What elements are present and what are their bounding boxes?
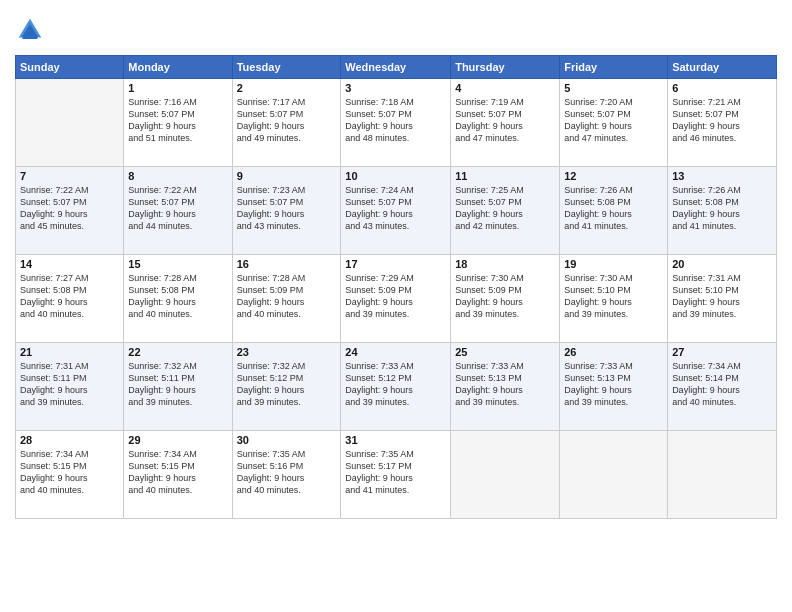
day-info: Sunrise: 7:34 AM Sunset: 5:15 PM Dayligh… (20, 448, 119, 497)
day-number: 14 (20, 258, 119, 270)
day-info: Sunrise: 7:30 AM Sunset: 5:10 PM Dayligh… (564, 272, 663, 321)
calendar-cell: 2Sunrise: 7:17 AM Sunset: 5:07 PM Daylig… (232, 79, 341, 167)
day-info: Sunrise: 7:19 AM Sunset: 5:07 PM Dayligh… (455, 96, 555, 145)
calendar-week-row: 7Sunrise: 7:22 AM Sunset: 5:07 PM Daylig… (16, 167, 777, 255)
day-number: 28 (20, 434, 119, 446)
day-info: Sunrise: 7:22 AM Sunset: 5:07 PM Dayligh… (20, 184, 119, 233)
calendar-cell: 17Sunrise: 7:29 AM Sunset: 5:09 PM Dayli… (341, 255, 451, 343)
calendar-cell: 14Sunrise: 7:27 AM Sunset: 5:08 PM Dayli… (16, 255, 124, 343)
day-info: Sunrise: 7:20 AM Sunset: 5:07 PM Dayligh… (564, 96, 663, 145)
day-info: Sunrise: 7:31 AM Sunset: 5:10 PM Dayligh… (672, 272, 772, 321)
day-number: 12 (564, 170, 663, 182)
day-info: Sunrise: 7:31 AM Sunset: 5:11 PM Dayligh… (20, 360, 119, 409)
calendar-header-saturday: Saturday (668, 56, 777, 79)
day-number: 4 (455, 82, 555, 94)
calendar-header-row: SundayMondayTuesdayWednesdayThursdayFrid… (16, 56, 777, 79)
calendar-cell: 4Sunrise: 7:19 AM Sunset: 5:07 PM Daylig… (451, 79, 560, 167)
calendar-header-monday: Monday (124, 56, 232, 79)
day-number: 6 (672, 82, 772, 94)
day-number: 16 (237, 258, 337, 270)
day-number: 29 (128, 434, 227, 446)
calendar-cell: 11Sunrise: 7:25 AM Sunset: 5:07 PM Dayli… (451, 167, 560, 255)
calendar-cell: 9Sunrise: 7:23 AM Sunset: 5:07 PM Daylig… (232, 167, 341, 255)
day-info: Sunrise: 7:32 AM Sunset: 5:11 PM Dayligh… (128, 360, 227, 409)
day-number: 5 (564, 82, 663, 94)
day-number: 18 (455, 258, 555, 270)
calendar-cell: 20Sunrise: 7:31 AM Sunset: 5:10 PM Dayli… (668, 255, 777, 343)
calendar-cell: 18Sunrise: 7:30 AM Sunset: 5:09 PM Dayli… (451, 255, 560, 343)
day-info: Sunrise: 7:18 AM Sunset: 5:07 PM Dayligh… (345, 96, 446, 145)
day-info: Sunrise: 7:16 AM Sunset: 5:07 PM Dayligh… (128, 96, 227, 145)
calendar-cell: 30Sunrise: 7:35 AM Sunset: 5:16 PM Dayli… (232, 431, 341, 519)
day-info: Sunrise: 7:23 AM Sunset: 5:07 PM Dayligh… (237, 184, 337, 233)
day-info: Sunrise: 7:27 AM Sunset: 5:08 PM Dayligh… (20, 272, 119, 321)
day-number: 1 (128, 82, 227, 94)
calendar-cell: 28Sunrise: 7:34 AM Sunset: 5:15 PM Dayli… (16, 431, 124, 519)
day-number: 19 (564, 258, 663, 270)
day-info: Sunrise: 7:29 AM Sunset: 5:09 PM Dayligh… (345, 272, 446, 321)
calendar-cell: 31Sunrise: 7:35 AM Sunset: 5:17 PM Dayli… (341, 431, 451, 519)
day-info: Sunrise: 7:26 AM Sunset: 5:08 PM Dayligh… (672, 184, 772, 233)
calendar-cell: 29Sunrise: 7:34 AM Sunset: 5:15 PM Dayli… (124, 431, 232, 519)
day-info: Sunrise: 7:34 AM Sunset: 5:15 PM Dayligh… (128, 448, 227, 497)
svg-rect-2 (23, 36, 38, 39)
calendar-cell: 26Sunrise: 7:33 AM Sunset: 5:13 PM Dayli… (560, 343, 668, 431)
day-number: 31 (345, 434, 446, 446)
day-info: Sunrise: 7:25 AM Sunset: 5:07 PM Dayligh… (455, 184, 555, 233)
calendar-cell (668, 431, 777, 519)
calendar-header-tuesday: Tuesday (232, 56, 341, 79)
day-number: 3 (345, 82, 446, 94)
day-number: 2 (237, 82, 337, 94)
calendar-cell: 16Sunrise: 7:28 AM Sunset: 5:09 PM Dayli… (232, 255, 341, 343)
day-number: 20 (672, 258, 772, 270)
calendar-cell: 1Sunrise: 7:16 AM Sunset: 5:07 PM Daylig… (124, 79, 232, 167)
day-info: Sunrise: 7:35 AM Sunset: 5:17 PM Dayligh… (345, 448, 446, 497)
calendar-cell: 12Sunrise: 7:26 AM Sunset: 5:08 PM Dayli… (560, 167, 668, 255)
calendar-week-row: 14Sunrise: 7:27 AM Sunset: 5:08 PM Dayli… (16, 255, 777, 343)
calendar-week-row: 1Sunrise: 7:16 AM Sunset: 5:07 PM Daylig… (16, 79, 777, 167)
calendar-cell: 23Sunrise: 7:32 AM Sunset: 5:12 PM Dayli… (232, 343, 341, 431)
day-number: 10 (345, 170, 446, 182)
calendar-week-row: 28Sunrise: 7:34 AM Sunset: 5:15 PM Dayli… (16, 431, 777, 519)
calendar-cell (16, 79, 124, 167)
calendar-cell: 21Sunrise: 7:31 AM Sunset: 5:11 PM Dayli… (16, 343, 124, 431)
day-info: Sunrise: 7:22 AM Sunset: 5:07 PM Dayligh… (128, 184, 227, 233)
calendar-cell: 10Sunrise: 7:24 AM Sunset: 5:07 PM Dayli… (341, 167, 451, 255)
calendar-header-thursday: Thursday (451, 56, 560, 79)
calendar-cell: 27Sunrise: 7:34 AM Sunset: 5:14 PM Dayli… (668, 343, 777, 431)
day-info: Sunrise: 7:35 AM Sunset: 5:16 PM Dayligh… (237, 448, 337, 497)
calendar-cell: 25Sunrise: 7:33 AM Sunset: 5:13 PM Dayli… (451, 343, 560, 431)
day-number: 8 (128, 170, 227, 182)
day-number: 22 (128, 346, 227, 358)
day-info: Sunrise: 7:32 AM Sunset: 5:12 PM Dayligh… (237, 360, 337, 409)
day-number: 7 (20, 170, 119, 182)
calendar-cell (451, 431, 560, 519)
day-info: Sunrise: 7:21 AM Sunset: 5:07 PM Dayligh… (672, 96, 772, 145)
calendar-header-wednesday: Wednesday (341, 56, 451, 79)
day-number: 26 (564, 346, 663, 358)
day-info: Sunrise: 7:34 AM Sunset: 5:14 PM Dayligh… (672, 360, 772, 409)
day-number: 13 (672, 170, 772, 182)
calendar-header-friday: Friday (560, 56, 668, 79)
logo (15, 15, 49, 45)
calendar-cell: 19Sunrise: 7:30 AM Sunset: 5:10 PM Dayli… (560, 255, 668, 343)
day-number: 30 (237, 434, 337, 446)
day-info: Sunrise: 7:28 AM Sunset: 5:08 PM Dayligh… (128, 272, 227, 321)
day-number: 17 (345, 258, 446, 270)
calendar-cell: 24Sunrise: 7:33 AM Sunset: 5:12 PM Dayli… (341, 343, 451, 431)
day-number: 11 (455, 170, 555, 182)
calendar-cell: 7Sunrise: 7:22 AM Sunset: 5:07 PM Daylig… (16, 167, 124, 255)
logo-icon (15, 15, 45, 45)
calendar-cell: 8Sunrise: 7:22 AM Sunset: 5:07 PM Daylig… (124, 167, 232, 255)
calendar-cell: 13Sunrise: 7:26 AM Sunset: 5:08 PM Dayli… (668, 167, 777, 255)
page: SundayMondayTuesdayWednesdayThursdayFrid… (0, 0, 792, 612)
day-number: 9 (237, 170, 337, 182)
calendar-cell: 15Sunrise: 7:28 AM Sunset: 5:08 PM Dayli… (124, 255, 232, 343)
day-info: Sunrise: 7:28 AM Sunset: 5:09 PM Dayligh… (237, 272, 337, 321)
day-number: 15 (128, 258, 227, 270)
calendar-cell: 6Sunrise: 7:21 AM Sunset: 5:07 PM Daylig… (668, 79, 777, 167)
calendar-header-sunday: Sunday (16, 56, 124, 79)
day-info: Sunrise: 7:17 AM Sunset: 5:07 PM Dayligh… (237, 96, 337, 145)
day-info: Sunrise: 7:24 AM Sunset: 5:07 PM Dayligh… (345, 184, 446, 233)
day-number: 24 (345, 346, 446, 358)
